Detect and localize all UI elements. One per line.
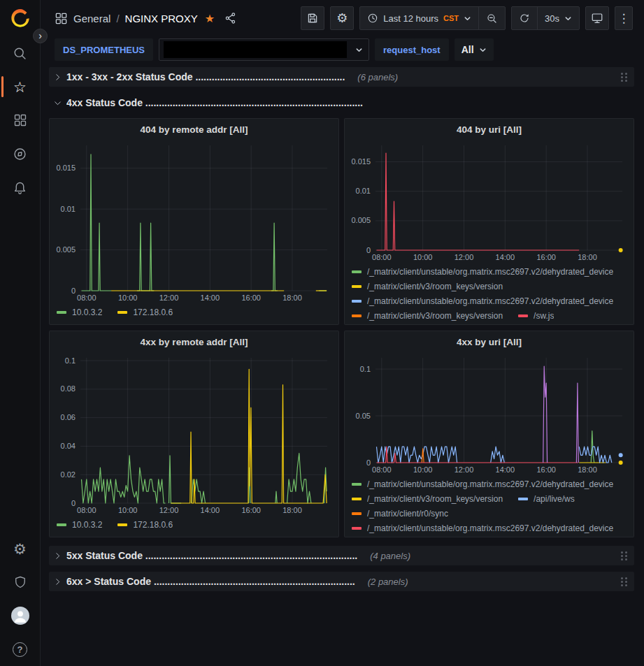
legend-label: /_matrix/client/unstable/org.matrix.msc2… — [367, 523, 613, 533]
refresh-controls-group: 30s — [511, 6, 580, 30]
sidebar-item-search[interactable] — [0, 36, 41, 70]
save-dashboard-button[interactable] — [301, 6, 324, 30]
series-line — [377, 447, 457, 463]
row-drag-handle[interactable] — [620, 576, 629, 588]
time-series-chart[interactable]: 00.0050.010.01508:0010:0012:0014:0016:00… — [54, 140, 334, 305]
sidebar-item-help[interactable]: ? — [0, 632, 41, 666]
time-series-chart[interactable]: 00.020.040.060.080.108:0010:0012:0014:00… — [54, 352, 334, 517]
x-axis-tick-label: 10:00 — [118, 506, 138, 514]
legend-item[interactable]: /_matrix/client/v3/room_keys/version — [352, 491, 503, 506]
dashboard-panel: 4xx by uri [All]00.050.108:0010:0012:001… — [344, 331, 634, 537]
legend-item[interactable]: 172.18.0.6 — [117, 305, 173, 319]
series-line — [271, 223, 278, 291]
chart-plot-area[interactable]: 00.050.108:0010:0012:0014:0016:0018:00 — [349, 352, 629, 477]
variable-value-request-host[interactable]: All — [455, 38, 494, 61]
series-point-marker — [619, 453, 623, 457]
row-drag-handle[interactable] — [620, 550, 629, 562]
legend-label: 10.0.3.2 — [72, 307, 102, 317]
y-axis-tick-label: 0 — [71, 287, 76, 295]
x-axis-tick-label: 08:00 — [77, 294, 96, 302]
refresh-button[interactable] — [512, 7, 537, 29]
panel-title[interactable]: 404 by remote addr [All] — [54, 119, 334, 140]
legend-item[interactable]: /_matrix/client/v3/room_keys/version — [352, 308, 503, 321]
monitor-icon — [591, 12, 603, 24]
legend-label: /_matrix/client/v3/room_keys/version — [367, 311, 503, 321]
legend-item[interactable]: /_matrix/client/unstable/org.matrix.msc2… — [352, 521, 613, 534]
sidebar-item-configuration[interactable]: ⚙ — [0, 532, 41, 565]
x-axis-tick-label: 18:00 — [282, 294, 302, 302]
time-controls-group: Last 12 hours CST — [359, 6, 506, 30]
breadcrumb-section[interactable]: General — [73, 13, 110, 24]
sidebar-item-alerting[interactable] — [0, 171, 41, 204]
sidebar-item-dashboards[interactable] — [0, 103, 41, 137]
chart-plot-area[interactable]: 00.0050.010.01508:0010:0012:0014:0016:00… — [349, 140, 629, 264]
breadcrumb: General / NGINX PROXY ★ — [55, 12, 237, 25]
time-series-chart[interactable]: 00.0050.010.01508:0010:0012:0014:0016:00… — [349, 140, 629, 264]
shield-icon — [13, 575, 27, 589]
legend-swatch — [352, 285, 362, 288]
dashboard-settings-button[interactable]: ⚙ — [330, 6, 354, 30]
panel-grid-row-2: 4xx by remote addr [All]00.020.040.060.0… — [49, 331, 634, 537]
row-title: 1xx - 3xx - 2xx Status Code ............… — [66, 71, 345, 82]
sidebar-item-explore[interactable] — [0, 137, 41, 171]
legend-item[interactable]: /_matrix/client/unstable/org.matrix.msc2… — [352, 477, 613, 491]
legend-item[interactable]: /api/live/ws — [518, 491, 575, 506]
variable-label-ds-prometheus[interactable]: DS_PROMETHEUS — [55, 38, 153, 61]
dashboard-content: 1xx - 3xx - 2xx Status Code ............… — [49, 67, 634, 591]
y-axis-tick-label: 0.015 — [351, 157, 371, 166]
legend-item[interactable]: /_matrix/client/v3/room_keys/version — [352, 279, 503, 294]
x-axis-tick-label: 18:00 — [578, 465, 597, 474]
legend-item[interactable]: /_matrix/client/unstable/org.matrix.msc2… — [352, 264, 613, 279]
chart-plot-area[interactable]: 00.020.040.060.080.108:0010:0012:0014:00… — [54, 352, 334, 517]
legend-item[interactable]: 10.0.3.2 — [57, 305, 102, 319]
legend-item[interactable]: /_matrix/client/unstable/org.matrix.msc2… — [352, 294, 613, 308]
redacted-value — [164, 41, 347, 58]
panel-title[interactable]: 404 by uri [All] — [349, 119, 629, 140]
tv-mode-button[interactable] — [585, 6, 609, 30]
row-5xx[interactable]: 5xx Status Code ........................… — [49, 546, 634, 565]
legend-item[interactable]: /sw.js — [518, 308, 554, 321]
share-icon[interactable] — [224, 12, 237, 24]
kebab-menu-button[interactable]: ⋮ — [615, 6, 633, 30]
row-4xx[interactable]: 4xx Status Code ........................… — [49, 93, 634, 113]
refresh-interval-label: 30s — [545, 13, 559, 24]
x-axis-tick-label: 16:00 — [536, 253, 556, 261]
sidebar-item-profile[interactable] — [0, 599, 41, 632]
y-axis-tick-label: 0 — [71, 499, 76, 507]
x-axis-tick-label: 08:00 — [77, 506, 96, 514]
chevron-down-icon — [464, 15, 471, 22]
time-picker-button[interactable]: Last 12 hours CST — [360, 7, 478, 29]
row-panel-count: (4 panels) — [370, 551, 410, 561]
sidebar-expand-button[interactable]: › — [33, 29, 48, 43]
panel-title[interactable]: 4xx by remote addr [All] — [54, 331, 334, 352]
row-drag-handle[interactable] — [620, 71, 629, 83]
legend-swatch — [57, 523, 66, 526]
question-icon: ? — [13, 642, 27, 657]
legend-item[interactable]: 10.0.3.2 — [57, 517, 102, 532]
legend-swatch — [352, 314, 362, 317]
sidebar-item-server-admin[interactable] — [0, 565, 41, 599]
series-line — [576, 383, 578, 463]
variable-value-ds-prometheus[interactable] — [159, 38, 369, 61]
zoom-out-button[interactable] — [478, 7, 505, 29]
sidebar-item-starred[interactable]: ☆ — [0, 70, 41, 103]
gear-icon: ⚙ — [13, 542, 27, 556]
x-axis-tick-label: 12:00 — [159, 506, 179, 514]
legend-swatch — [518, 314, 528, 317]
panel-title[interactable]: 4xx by uri [All] — [349, 331, 629, 352]
variable-label-request-host[interactable]: request_host — [375, 38, 449, 61]
y-axis-tick-label: 0.015 — [56, 164, 76, 172]
chevron-down-icon — [564, 15, 572, 22]
time-series-chart[interactable]: 00.050.108:0010:0012:0014:0016:0018:00 — [349, 352, 629, 477]
row-6xx[interactable]: 6xx > Status Code ......................… — [49, 572, 634, 591]
refresh-interval-dropdown[interactable]: 30s — [537, 7, 579, 29]
series-point-marker — [619, 461, 623, 465]
series-line — [287, 454, 311, 503]
kebab-icon: ⋮ — [618, 11, 630, 26]
favorite-star-icon[interactable]: ★ — [205, 12, 215, 25]
legend-item[interactable]: 172.18.0.6 — [117, 517, 173, 532]
legend-label: /_matrix/client/r0/sync — [367, 509, 448, 519]
legend-item[interactable]: /_matrix/client/r0/sync — [352, 506, 448, 521]
row-1xx-3xx-2xx[interactable]: 1xx - 3xx - 2xx Status Code ............… — [49, 67, 634, 87]
chart-plot-area[interactable]: 00.0050.010.01508:0010:0012:0014:0016:00… — [54, 140, 334, 305]
